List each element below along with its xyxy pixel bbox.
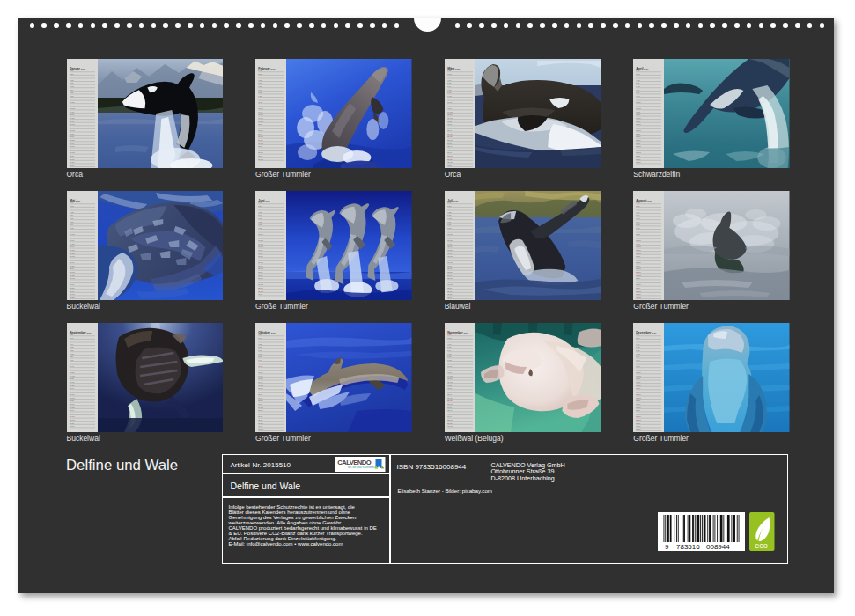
svg-text:14 Sa: 14 Sa <box>447 374 453 376</box>
svg-text:31 Mo: 31 Mo <box>636 296 642 297</box>
svg-text:27 Mi: 27 Mi <box>70 283 75 285</box>
svg-text:31 Fr: 31 Fr <box>447 296 452 297</box>
svg-text:15 Di: 15 Di <box>70 378 74 379</box>
svg-text:22 So: 22 So <box>447 136 453 137</box>
svg-text:12 So: 12 So <box>447 236 453 238</box>
svg-text:1 Mi: 1 Mi <box>447 202 451 203</box>
svg-text:18 Sa: 18 Sa <box>636 123 641 125</box>
svg-text:20 Mo: 20 Mo <box>447 261 453 263</box>
svg-text:13 Di: 13 Di <box>258 371 262 373</box>
svg-text:13 Do: 13 Do <box>636 239 641 241</box>
svg-text:25 Mi: 25 Mi <box>447 145 453 147</box>
svg-text:11 Mi: 11 Mi <box>447 364 452 366</box>
svg-text:24 Fr: 24 Fr <box>636 142 640 143</box>
svg-text:30 Mi: 30 Mi <box>70 425 75 427</box>
svg-text:29 Mi: 29 Mi <box>447 290 453 291</box>
svg-text:23 Mo: 23 Mo <box>447 139 453 141</box>
svg-text:30 Mo: 30 Mo <box>447 161 453 163</box>
svg-text:12 Do: 12 Do <box>447 104 453 106</box>
svg-text:9 Mi: 9 Mi <box>636 358 639 360</box>
svg-text:24 Mi: 24 Mi <box>258 274 263 275</box>
svg-text:4 Mi: 4 Mi <box>447 342 451 344</box>
svg-text:2 Mi: 2 Mi <box>636 336 639 338</box>
svg-text:30 Do: 30 Do <box>636 161 641 163</box>
svg-text:30 Do: 30 Do <box>447 293 453 295</box>
svg-text:23 So: 23 So <box>636 271 641 273</box>
svg-text:28 Fr: 28 Fr <box>258 155 262 157</box>
svg-text:30 Mi: 30 Mi <box>636 425 641 427</box>
svg-text:28 Di: 28 Di <box>636 155 640 157</box>
svg-text:13 Mi: 13 Mi <box>70 239 75 241</box>
svg-text:21 Di: 21 Di <box>70 132 74 134</box>
svg-text:17 Di: 17 Di <box>447 120 452 121</box>
svg-text:29 Do: 29 Do <box>258 422 263 423</box>
svg-text:29 Sa: 29 Sa <box>636 290 641 291</box>
svg-text:17 Di: 17 Di <box>447 384 452 385</box>
svg-text:12 Di: 12 Di <box>70 236 74 238</box>
svg-text:18 Di: 18 Di <box>258 123 262 125</box>
svg-text:21 Sa: 21 Sa <box>447 132 453 134</box>
svg-text:10 Di: 10 Di <box>447 98 452 99</box>
svg-text:16 Mo: 16 Mo <box>447 116 453 118</box>
svg-text:10 Fr: 10 Fr <box>636 98 640 99</box>
svg-text:31 Sa: 31 Sa <box>258 428 263 429</box>
svg-text:18 Sa: 18 Sa <box>447 255 453 257</box>
svg-text:14 Mi: 14 Mi <box>258 374 263 376</box>
svg-text:29 Sa: 29 Sa <box>258 158 263 159</box>
svg-text:9 Mi: 9 Mi <box>70 358 73 360</box>
svg-text:26 Fr: 26 Fr <box>258 280 262 282</box>
svg-text:27 So: 27 So <box>636 415 641 417</box>
svg-text:29 Mi: 29 Mi <box>70 158 75 159</box>
svg-text:17 Do: 17 Do <box>636 384 641 385</box>
svg-text:10 Sa: 10 Sa <box>258 362 263 363</box>
svg-text:31 Do: 31 Do <box>636 428 641 429</box>
svg-text:19 Do: 19 Do <box>447 390 453 392</box>
svg-text:27 Di: 27 Di <box>258 415 262 417</box>
svg-text:12 So: 12 So <box>636 104 641 106</box>
svg-text:21 Di: 21 Di <box>636 132 640 134</box>
svg-text:16 So: 16 So <box>636 248 641 250</box>
svg-text:7 Mi: 7 Mi <box>258 352 262 354</box>
svg-text:10 Mo: 10 Mo <box>636 230 642 231</box>
svg-text:26 Di: 26 Di <box>70 280 74 282</box>
svg-text:11 Mi: 11 Mi <box>447 100 452 102</box>
svg-text:28 Fr: 28 Fr <box>636 287 640 289</box>
svg-text:27 Fr: 27 Fr <box>447 151 452 153</box>
svg-text:20 Mi: 20 Mi <box>70 261 75 263</box>
svg-text:13 Mo: 13 Mo <box>447 239 453 241</box>
svg-text:27 Fr: 27 Fr <box>447 415 452 417</box>
svg-text:3 Fr: 3 Fr <box>636 76 639 77</box>
svg-text:21 Mo: 21 Mo <box>70 396 76 398</box>
svg-text:2 Fr: 2 Fr <box>258 336 262 338</box>
svg-text:25 Sa: 25 Sa <box>447 277 453 279</box>
svg-text:17 Sa: 17 Sa <box>258 384 263 385</box>
svg-text:2 Mi: 2 Mi <box>70 336 73 338</box>
svg-text:31 Di: 31 Di <box>447 164 452 165</box>
svg-text:12 Mi: 12 Mi <box>636 236 641 238</box>
svg-text:23 Fr: 23 Fr <box>258 403 262 405</box>
svg-text:15 Sa: 15 Sa <box>636 246 641 247</box>
svg-text:20 Do: 20 Do <box>258 129 263 131</box>
svg-text:20 Di: 20 Di <box>258 393 262 395</box>
svg-text:2 Di: 2 Di <box>258 204 262 206</box>
svg-text:21 Fr: 21 Fr <box>258 132 262 134</box>
svg-text:30 So: 30 So <box>636 293 641 295</box>
svg-text:13 Fr: 13 Fr <box>447 371 452 373</box>
svg-text:9 Di: 9 Di <box>258 226 262 228</box>
svg-text:14 Sa: 14 Sa <box>447 110 453 112</box>
svg-text:27 Mo: 27 Mo <box>70 151 76 153</box>
svg-text:12 Sa: 12 Sa <box>70 368 75 370</box>
svg-text:24 Do: 24 Do <box>70 406 75 407</box>
svg-text:19 Sa: 19 Sa <box>70 390 75 392</box>
svg-text:23 Do: 23 Do <box>636 139 641 141</box>
svg-text:16 Mi: 16 Mi <box>70 380 75 382</box>
svg-text:27 Do: 27 Do <box>636 283 641 285</box>
svg-text:24 Mo: 24 Mo <box>636 274 642 275</box>
svg-text:22 So: 22 So <box>447 400 453 401</box>
svg-text:17 Mo: 17 Mo <box>258 120 264 121</box>
svg-text:31 So: 31 So <box>70 296 75 297</box>
svg-text:22 Sa: 22 Sa <box>258 136 263 137</box>
svg-text:10 Fr: 10 Fr <box>447 230 452 231</box>
svg-text:20 Mo: 20 Mo <box>70 129 76 131</box>
svg-text:23 Di: 23 Di <box>258 271 262 273</box>
